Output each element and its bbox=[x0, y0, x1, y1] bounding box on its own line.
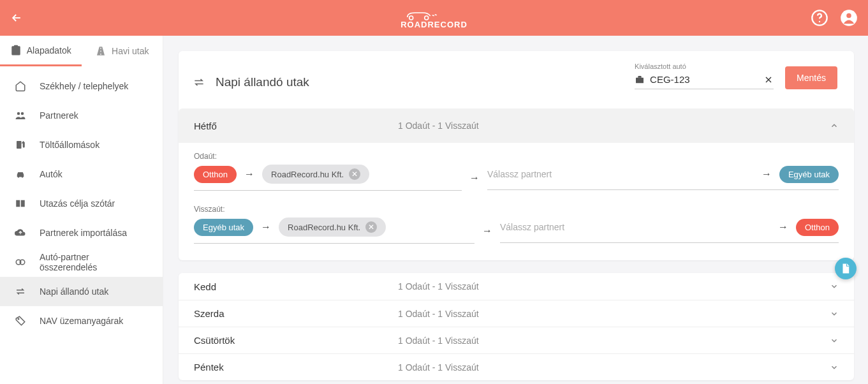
day-row-szerda[interactable]: Szerda 1 Odaút - 1 Visszaút bbox=[179, 300, 854, 327]
trip-back: Visszaút: Egyéb utak → RoadRecord.hu Kft… bbox=[194, 205, 839, 244]
link-icon bbox=[14, 256, 27, 268]
topbar: ROADRECORD bbox=[0, 0, 868, 36]
chevron-up-icon bbox=[830, 121, 839, 130]
sidebar-item-toltoallomasok[interactable]: Töltőállomások bbox=[0, 130, 163, 159]
start-pill[interactable]: Egyéb utak bbox=[194, 219, 253, 236]
sidebar-item-label: Napi állandó utak bbox=[40, 286, 108, 297]
back-icon[interactable] bbox=[10, 11, 23, 24]
chevron-down-icon bbox=[830, 363, 839, 372]
svg-rect-9 bbox=[17, 141, 22, 149]
partner-input[interactable] bbox=[500, 219, 770, 235]
sidebar-item-label: Autók bbox=[40, 169, 63, 179]
chevron-down-icon bbox=[830, 336, 839, 345]
day-body: Odaút: Otthon → RoadRecord.hu Kft.✕ → → … bbox=[179, 143, 854, 260]
day-name: Szerda bbox=[194, 308, 398, 319]
floating-action-button[interactable] bbox=[835, 258, 857, 279]
day-name: Péntek bbox=[194, 362, 398, 373]
sidebar-item-label: Utazás célja szótár bbox=[40, 198, 115, 209]
arrow-icon: → bbox=[778, 221, 788, 233]
header-card: Napi állandó utak Kiválasztott autó CEG-… bbox=[179, 51, 854, 260]
arrow-icon: → bbox=[469, 172, 480, 184]
sidebar-item-label: Autó-partner összerendelés bbox=[40, 252, 149, 272]
sidebar-item-label: NAV üzemanyagárak bbox=[40, 316, 123, 326]
chevron-down-icon bbox=[830, 309, 839, 318]
document-icon bbox=[840, 263, 851, 274]
tab-alapadatok[interactable]: Alapadatok bbox=[0, 36, 82, 66]
tab-havi-utak[interactable]: Havi utak bbox=[82, 36, 163, 66]
partner-chip[interactable]: RoadRecord.hu Kft.✕ bbox=[262, 165, 369, 184]
sidebar-item-label: Székhely / telephelyek bbox=[40, 81, 128, 91]
arrow-icon: → bbox=[261, 221, 271, 233]
clear-icon[interactable] bbox=[763, 75, 774, 85]
sidebar-item-label: Partnerek importálása bbox=[40, 228, 127, 238]
people-icon bbox=[14, 110, 27, 121]
svg-point-3 bbox=[819, 21, 820, 22]
sidebar-item-napi-allando[interactable]: Napi állandó utak bbox=[0, 277, 163, 306]
page-title: Napi állandó utak bbox=[193, 75, 309, 89]
chip-remove-icon[interactable]: ✕ bbox=[365, 221, 377, 233]
svg-point-14 bbox=[18, 318, 19, 320]
brand-text: ROADRECORD bbox=[401, 20, 467, 29]
day-name: Csütörtök bbox=[194, 335, 398, 346]
fuel-icon bbox=[14, 139, 27, 151]
svg-point-10 bbox=[18, 176, 19, 177]
collapsed-days-card: Kedd 1 Odaút - 1 Visszaút Szerda 1 Odaút… bbox=[179, 273, 854, 380]
trip-out-label: Odaút: bbox=[194, 152, 839, 161]
sidebar: Alapadatok Havi utak Székhely / telephel… bbox=[0, 36, 163, 384]
tags-icon bbox=[14, 315, 27, 327]
sidebar-nav: Székhely / telephelyek Partnerek Töltőál… bbox=[0, 66, 163, 384]
trip-out: Odaút: Otthon → RoadRecord.hu Kft.✕ → → … bbox=[194, 152, 839, 191]
sidebar-item-utazas-celja[interactable]: Utazás célja szótár bbox=[0, 189, 163, 218]
chevron-down-icon bbox=[830, 282, 839, 291]
sidebar-item-label: Partnerek bbox=[40, 110, 78, 121]
car-select-label: Kiválasztott autó bbox=[635, 63, 774, 70]
start-pill[interactable]: Otthon bbox=[194, 166, 237, 183]
clipboard-icon bbox=[10, 45, 22, 56]
partner-chip[interactable]: RoadRecord.hu Kft.✕ bbox=[279, 218, 386, 237]
car-icon bbox=[14, 168, 27, 180]
day-name: Kedd bbox=[194, 281, 398, 292]
road-icon bbox=[95, 45, 107, 57]
home-icon bbox=[14, 80, 27, 92]
day-row-csutortok[interactable]: Csütörtök 1 Odaút - 1 Visszaút bbox=[179, 327, 854, 353]
svg-point-8 bbox=[21, 112, 24, 115]
day-header-hetfo[interactable]: Hétfő 1 Odaút - 1 Visszaút bbox=[179, 108, 854, 143]
page-title-text: Napi állandó utak bbox=[216, 75, 309, 89]
tab-label: Alapadatok bbox=[27, 45, 71, 55]
end-pill[interactable]: Egyéb utak bbox=[779, 166, 839, 183]
end-pill[interactable]: Otthon bbox=[796, 219, 839, 236]
account-icon[interactable] bbox=[840, 9, 858, 27]
day-summary: 1 Odaút - 1 Visszaút bbox=[398, 281, 839, 292]
svg-point-11 bbox=[22, 176, 23, 177]
tab-label: Havi utak bbox=[112, 46, 149, 56]
book-icon bbox=[14, 198, 27, 209]
day-row-kedd[interactable]: Kedd 1 Odaút - 1 Visszaút bbox=[179, 273, 854, 300]
car-value: CEG-123 bbox=[650, 74, 758, 85]
sidebar-item-szekhely[interactable]: Székhely / telephelyek bbox=[0, 71, 163, 101]
day-summary: 1 Odaút - 1 Visszaút bbox=[398, 362, 839, 373]
day-summary: 1 Odaút - 1 Visszaút bbox=[398, 309, 839, 319]
briefcase-icon bbox=[635, 75, 645, 85]
day-row-pentek[interactable]: Péntek 1 Odaút - 1 Visszaút bbox=[179, 353, 854, 380]
sidebar-item-label: Töltőállomások bbox=[40, 140, 99, 150]
day-name: Hétfő bbox=[194, 121, 398, 131]
svg-point-5 bbox=[846, 13, 851, 18]
chip-remove-icon[interactable]: ✕ bbox=[349, 168, 360, 180]
help-icon[interactable] bbox=[811, 9, 828, 27]
sidebar-item-nav-uzemanyag[interactable]: NAV üzemanyagárak bbox=[0, 306, 163, 336]
swap-icon bbox=[14, 286, 27, 297]
sidebar-item-partnerek[interactable]: Partnerek bbox=[0, 101, 163, 130]
content: Napi állandó utak Kiválasztott autó CEG-… bbox=[163, 36, 868, 384]
car-select[interactable]: Kiválasztott autó CEG-123 bbox=[635, 63, 774, 89]
save-button[interactable]: Mentés bbox=[785, 66, 837, 89]
sidebar-item-autok[interactable]: Autók bbox=[0, 159, 163, 189]
arrow-icon: → bbox=[244, 168, 254, 180]
sidebar-item-auto-partner[interactable]: Autó-partner összerendelés bbox=[0, 247, 163, 277]
svg-point-7 bbox=[17, 112, 20, 115]
partner-input[interactable] bbox=[487, 166, 754, 182]
trip-back-label: Visszaút: bbox=[194, 205, 839, 214]
day-summary: 1 Odaút - 1 Visszaút bbox=[398, 336, 839, 346]
sidebar-tabs: Alapadatok Havi utak bbox=[0, 36, 163, 66]
swap-icon bbox=[193, 76, 205, 89]
sidebar-item-partnerek-import[interactable]: Partnerek importálása bbox=[0, 218, 163, 247]
